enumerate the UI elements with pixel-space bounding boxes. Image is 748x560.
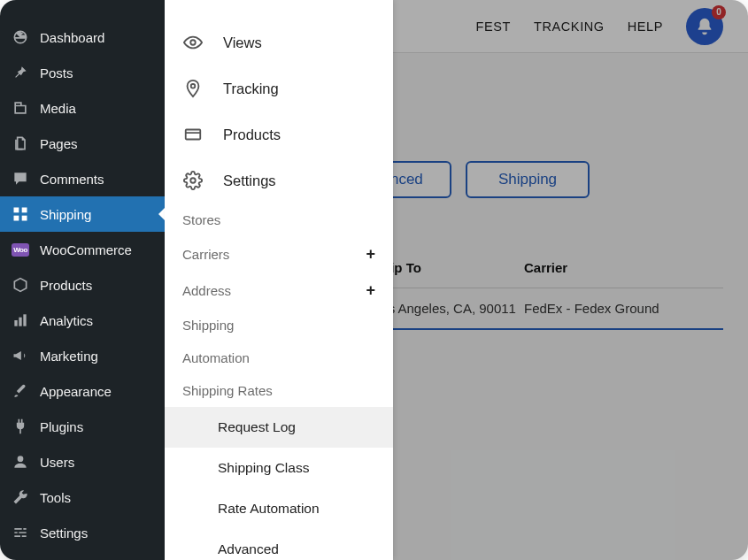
wp-admin-sidebar: Dashboard Posts Media Pages Comments Shi… [0, 0, 165, 560]
eye-icon [182, 32, 204, 53]
sidebar-item-marketing[interactable]: Marketing [0, 338, 165, 373]
sidebar-item-users[interactable]: Users [0, 444, 165, 479]
location-pin-icon [182, 78, 204, 99]
card-icon [182, 124, 204, 145]
submenu-label: Products [223, 127, 281, 143]
pin-icon [11, 63, 30, 82]
sidebar-item-products[interactable]: Products [0, 267, 165, 303]
sidebar-label: Marketing [40, 349, 98, 364]
submenu-label: Tracking [223, 81, 279, 97]
plug-icon [11, 417, 30, 436]
svg-point-0 [190, 40, 196, 45]
submenu-shipping-class[interactable]: Shipping Class [165, 448, 393, 488]
submenu-products[interactable]: Products [165, 111, 393, 157]
svg-rect-9 [22, 216, 27, 221]
submenu-label: Settings [223, 173, 276, 189]
submenu-views[interactable]: Views [165, 19, 393, 65]
svg-rect-2 [186, 130, 201, 140]
submenu-advanced[interactable]: Advanced [165, 529, 393, 560]
submenu-settings[interactable]: Settings [165, 157, 393, 203]
megaphone-icon [11, 346, 30, 365]
wrench-icon [11, 487, 30, 507]
sidebar-label: Posts [40, 65, 73, 81]
collapse-menu[interactable]: Collapse menu [0, 554, 165, 560]
sidebar-label: Appearance [40, 384, 112, 399]
sidebar-item-dashboard[interactable]: Dashboard [0, 19, 165, 55]
sidebar-item-settings[interactable]: Settings [0, 515, 165, 550]
comment-icon [11, 169, 30, 188]
pages-icon [11, 134, 30, 153]
submenu-tracking[interactable]: Tracking [165, 65, 393, 111]
sidebar-label: Comments [40, 172, 104, 187]
svg-point-5 [20, 107, 23, 110]
svg-point-13 [18, 456, 24, 462]
svg-rect-8 [14, 216, 19, 221]
woo-icon: Woo [11, 240, 30, 259]
sidebar-label: Settings [40, 525, 88, 541]
plus-icon: + [366, 245, 375, 264]
sliders-icon [11, 523, 30, 542]
grid-icon [11, 204, 30, 224]
sidebar-label: Users [40, 455, 74, 470]
sidebar-item-shipping[interactable]: Shipping [0, 196, 165, 232]
submenu-stores[interactable]: Stores [165, 203, 393, 236]
media-icon [11, 98, 30, 118]
sidebar-item-plugins[interactable]: Plugins [0, 409, 165, 444]
submenu-address[interactable]: Address+ [165, 272, 393, 309]
svg-point-1 [191, 84, 196, 88]
sidebar-label: Pages [40, 136, 78, 151]
sidebar-label: Media [40, 101, 76, 116]
svg-rect-6 [14, 208, 19, 213]
svg-point-4 [190, 178, 196, 183]
svg-rect-7 [22, 208, 27, 213]
submenu-shipping[interactable]: Shipping [165, 309, 393, 341]
plus-icon: + [366, 281, 375, 300]
sidebar-label: Products [40, 278, 92, 293]
sidebar-item-media[interactable]: Media [0, 90, 165, 126]
submenu-label: Views [223, 35, 262, 51]
sidebar-label: Tools [40, 490, 71, 505]
submenu-carriers[interactable]: Carriers+ [165, 236, 393, 272]
gear-icon [182, 170, 204, 191]
box-icon [11, 275, 30, 295]
svg-rect-12 [23, 314, 26, 326]
sidebar-item-appearance[interactable]: Appearance [0, 373, 165, 409]
sidebar-label: Analytics [40, 313, 93, 328]
sidebar-item-posts[interactable]: Posts [0, 55, 165, 90]
sidebar-item-comments[interactable]: Comments [0, 161, 165, 196]
sidebar-label: WooCommerce [40, 242, 132, 257]
svg-rect-10 [14, 320, 17, 326]
sidebar-item-tools[interactable]: Tools [0, 479, 165, 515]
modal-overlay[interactable] [393, 0, 748, 560]
brush-icon [11, 381, 30, 401]
user-icon [11, 452, 30, 472]
shipping-submenu: Views Tracking Products Settings Stores … [165, 0, 393, 560]
svg-rect-11 [19, 318, 21, 326]
sidebar-label: Dashboard [40, 30, 104, 45]
submenu-shipping-rates[interactable]: Shipping Rates [165, 374, 393, 407]
gauge-icon [11, 27, 30, 47]
sidebar-item-pages[interactable]: Pages [0, 126, 165, 161]
submenu-request-log[interactable]: Request Log [165, 407, 393, 448]
submenu-rate-automation[interactable]: Rate Automation [165, 488, 393, 529]
sidebar-label: Shipping [40, 207, 91, 222]
bars-icon [11, 311, 30, 330]
sidebar-label: Plugins [40, 419, 83, 434]
sidebar-item-analytics[interactable]: Analytics [0, 303, 165, 338]
sidebar-item-woocommerce[interactable]: Woo WooCommerce [0, 232, 165, 267]
submenu-automation[interactable]: Automation [165, 341, 393, 374]
